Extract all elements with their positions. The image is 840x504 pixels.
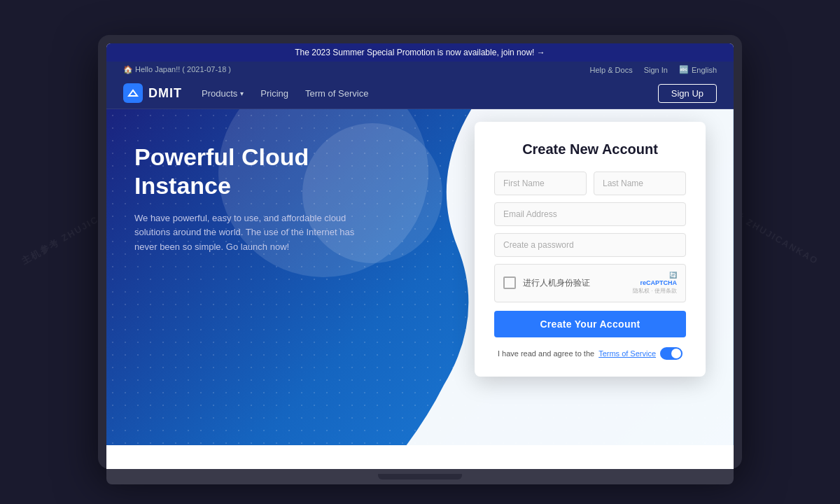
products-nav-link[interactable]: Products ▾: [202, 88, 244, 99]
nav-links: Products ▾ Pricing Term of Service: [202, 88, 368, 99]
logo-text: DMIT: [148, 86, 182, 101]
tos-row: I have read and agree to the Terms of Se…: [494, 347, 686, 360]
modal-title: Create New Account: [494, 141, 686, 158]
tos-nav-link[interactable]: Term of Service: [305, 88, 368, 99]
recaptcha-icon: 🔄: [633, 272, 677, 279]
svg-marker-0: [129, 90, 137, 96]
tos-toggle[interactable]: [660, 347, 682, 360]
logo-icon: [123, 83, 143, 103]
utility-bar: 🏠 Hello Japan!! ( 2021-07-18 ) Help & Do…: [106, 62, 734, 78]
recaptcha-links: 隐私权 · 使用条款: [633, 287, 677, 295]
create-account-button[interactable]: Create Your Account: [494, 311, 686, 337]
laptop-screen: The 2023 Summer Special Promotion is now…: [106, 43, 734, 469]
hero-title: Powerful Cloud Instance: [134, 143, 405, 200]
tos-label: Term of Service: [305, 88, 368, 99]
password-input[interactable]: [494, 233, 686, 257]
help-docs-link[interactable]: Help & Docs: [590, 66, 633, 74]
laptop-frame: The 2023 Summer Special Promotion is now…: [98, 35, 742, 469]
hero-content: Powerful Cloud Instance We have powerful…: [106, 109, 433, 288]
last-name-input[interactable]: [594, 172, 686, 195]
sign-in-link[interactable]: Sign In: [644, 66, 668, 74]
tos-prefix: I have read and agree to the: [498, 349, 594, 358]
lang-icon: 🔤: [679, 65, 689, 74]
recaptcha-logo: 🔄 reCAPTCHA: [633, 272, 677, 287]
pricing-label: Pricing: [260, 88, 288, 99]
main-nav: DMIT Products ▾ Pricing Term of Service: [106, 78, 734, 109]
name-row: [494, 172, 686, 195]
captcha-checkbox[interactable]: [503, 276, 516, 289]
greeting-text: 🏠 Hello Japan!! ( 2021-07-18 ): [123, 65, 231, 74]
first-name-input[interactable]: [494, 172, 587, 195]
products-label: Products: [202, 88, 237, 99]
password-row: [494, 233, 686, 257]
captcha-right: 🔄 reCAPTCHA 隐私权 · 使用条款: [633, 272, 677, 295]
promo-bar[interactable]: The 2023 Summer Special Promotion is now…: [106, 43, 734, 62]
hero-subtitle: We have powerful, easy to use, and affor…: [134, 211, 372, 255]
hero-section: Powerful Cloud Instance We have powerful…: [106, 109, 734, 445]
captcha-label: 进行人机身份验证: [523, 277, 590, 289]
lang-text: English: [692, 66, 717, 74]
captcha-box[interactable]: 进行人机身份验证 🔄 reCAPTCHA 隐私权 · 使用条款: [494, 264, 686, 302]
pricing-nav-link[interactable]: Pricing: [260, 88, 288, 99]
tos-link[interactable]: Terms of Service: [598, 349, 656, 358]
language-selector[interactable]: 🔤 English: [679, 65, 717, 74]
utility-bar-left: 🏠 Hello Japan!! ( 2021-07-18 ): [123, 65, 231, 74]
email-row: [494, 202, 686, 226]
nav-left: DMIT Products ▾ Pricing Term of Service: [123, 83, 368, 103]
email-input[interactable]: [494, 202, 686, 226]
nav-right: Sign Up: [658, 84, 717, 103]
registration-modal: Create New Account 进行人机身份验证: [475, 122, 706, 377]
signup-button[interactable]: Sign Up: [658, 84, 717, 103]
logo[interactable]: DMIT: [123, 83, 182, 103]
captcha-left: 进行人机身份验证: [503, 276, 590, 289]
utility-bar-right: Help & Docs Sign In 🔤 English: [590, 65, 717, 74]
laptop-notch: [378, 474, 462, 479]
laptop-bottom: [106, 469, 734, 484]
promo-text: The 2023 Summer Special Promotion is now…: [295, 48, 545, 57]
products-chevron-icon: ▾: [240, 90, 244, 97]
toggle-thumb: [671, 349, 681, 358]
